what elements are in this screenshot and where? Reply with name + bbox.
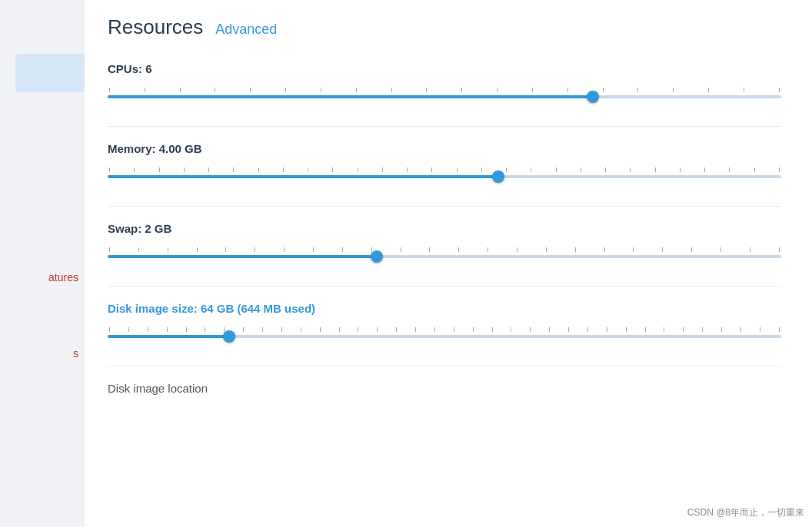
advanced-link[interactable]: Advanced <box>215 22 277 38</box>
tick-mark <box>377 327 378 332</box>
tick-mark <box>168 247 168 252</box>
tick-mark <box>148 327 148 332</box>
tick-mark <box>473 327 474 332</box>
disk-location-section: Disk image location <box>108 382 781 395</box>
divider-2 <box>108 206 781 207</box>
tick-mark <box>497 88 498 92</box>
tick-mark <box>283 167 284 172</box>
swap-section: Swap: 2 GB <box>108 222 781 264</box>
tick-mark <box>744 88 744 92</box>
tick-mark <box>197 247 198 252</box>
disk-slider-container <box>108 323 781 344</box>
tick-mark <box>208 167 209 172</box>
tick-mark <box>145 88 145 92</box>
page-title: Resources <box>108 15 203 39</box>
tick-mark <box>691 247 692 252</box>
tick-mark <box>481 167 482 172</box>
tick-mark <box>567 88 568 92</box>
tick-mark <box>258 167 259 172</box>
sidebar-features-label[interactable]: atures <box>48 269 85 286</box>
tick-mark <box>109 247 110 252</box>
disk-slider-fill <box>108 335 229 338</box>
memory-slider-track[interactable] <box>108 175 781 178</box>
memory-slider-container <box>108 163 781 184</box>
disk-slider-thumb[interactable] <box>223 330 235 343</box>
tick-mark <box>215 88 215 92</box>
tick-mark <box>750 247 750 252</box>
tick-mark <box>492 327 493 332</box>
memory-label: Memory: 4.00 GB <box>108 142 781 155</box>
tick-mark <box>664 327 664 332</box>
tick-mark <box>391 88 392 92</box>
tick-mark <box>779 167 780 172</box>
tick-mark <box>760 327 760 332</box>
tick-mark <box>342 247 343 252</box>
tick-mark <box>720 247 721 252</box>
tick-mark <box>549 327 550 332</box>
cpu-label: CPUs: 6 <box>108 62 781 75</box>
tick-mark <box>454 327 454 332</box>
tick-mark <box>159 167 160 172</box>
tick-mark <box>109 327 110 332</box>
tick-mark <box>488 247 488 252</box>
tick-mark <box>779 88 780 92</box>
tick-mark <box>332 167 333 172</box>
tick-mark <box>603 88 604 92</box>
swap-slider-track[interactable] <box>108 255 781 258</box>
tick-mark <box>517 247 517 252</box>
memory-slider-thumb[interactable] <box>492 171 504 183</box>
tick-mark <box>301 327 301 332</box>
tick-mark <box>109 167 110 172</box>
tick-mark <box>180 88 181 92</box>
tick-mark <box>225 247 226 252</box>
swap-slider-fill <box>108 255 377 258</box>
memory-section: Memory: 4.00 GB <box>108 142 781 184</box>
tick-mark <box>721 327 722 332</box>
disk-label: Disk image size: 64 GB (644 MB used) <box>108 302 781 315</box>
tick-mark <box>205 327 205 332</box>
divider-1 <box>108 126 781 127</box>
tick-mark <box>530 327 531 332</box>
tick-mark <box>313 247 314 252</box>
cpu-slider-thumb[interactable] <box>587 91 599 103</box>
swap-slider-thumb[interactable] <box>371 250 383 263</box>
tick-mark <box>426 88 427 92</box>
tick-mark <box>461 88 462 92</box>
tick-mark <box>396 327 397 332</box>
tick-mark <box>702 327 703 332</box>
cpu-section: CPUs: 6 <box>108 62 781 104</box>
disk-slider-track[interactable] <box>108 335 781 338</box>
tick-mark <box>458 247 459 252</box>
tick-mark <box>186 327 187 332</box>
page-header: Resources Advanced <box>108 15 781 39</box>
main-content: Resources Advanced CPUs: 6 Memory: 4.00 … <box>85 0 812 527</box>
tick-mark <box>568 327 569 332</box>
tick-mark <box>740 327 741 332</box>
tick-mark <box>167 327 168 332</box>
tick-mark <box>556 167 557 172</box>
tick-mark <box>284 247 285 252</box>
watermark: CSDN @8年而止，一切重来 <box>687 506 804 519</box>
divider-3 <box>108 286 781 287</box>
cpu-slider-track[interactable] <box>108 95 781 98</box>
sidebar-s-label[interactable]: s <box>73 347 85 360</box>
tick-mark <box>243 327 244 332</box>
tick-mark <box>607 327 607 332</box>
swap-tick-marks <box>108 247 781 252</box>
tick-mark <box>255 247 255 252</box>
tick-mark <box>285 88 286 92</box>
memory-slider-fill <box>108 175 498 178</box>
tick-mark <box>779 327 780 332</box>
tick-mark <box>320 327 321 332</box>
tick-mark <box>407 167 408 172</box>
tick-mark <box>506 167 507 172</box>
tick-mark <box>581 167 581 172</box>
tick-mark <box>262 327 263 332</box>
tick-mark <box>434 327 435 332</box>
tick-mark <box>575 247 576 252</box>
tick-mark <box>184 167 185 172</box>
sidebar: atures s <box>0 0 85 527</box>
cpu-tick-marks <box>108 88 781 92</box>
tick-mark <box>532 88 533 92</box>
tick-mark <box>128 327 129 332</box>
